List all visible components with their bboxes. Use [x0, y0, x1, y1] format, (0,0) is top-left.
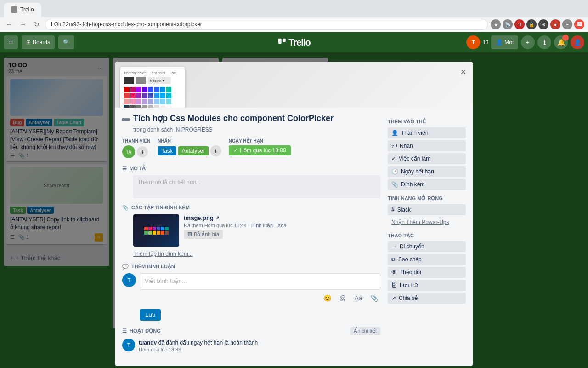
description-placeholder: Thêm mô tả chi tiết hơn... [138, 179, 200, 185]
comment-toolbar: 😊 @ Aa 📎 [140, 292, 380, 305]
activity-user-1: tuandv [139, 339, 157, 346]
reload-button[interactable]: ↻ [31, 19, 42, 30]
share-button[interactable]: ↗ Chia sẻ [388, 293, 466, 304]
cast-icon[interactable]: 📡 [503, 19, 513, 29]
archive-button[interactable]: 🗄 Lưu trữ [388, 280, 466, 291]
card-detail-modal: ✕ Primary colorFont colorFont Roboto ▾ [115, 62, 473, 366]
add-member-sidebar-button[interactable]: 👤 Thành viên [388, 127, 466, 138]
labels-label: NHÃN [158, 138, 221, 144]
comment-area: T Viết bình luận... 😊 @ Aa [122, 273, 380, 305]
menu-icon: ☰ [8, 39, 13, 46]
add-checklist-sidebar-button[interactable]: ✓ Việc cần làm [388, 153, 466, 164]
user-avatar-menu[interactable]: 👤 [571, 35, 584, 49]
description-icon: ☰ [122, 166, 127, 172]
comment-section: 💬 Thêm bình luận T Viết bình luận... [122, 264, 380, 321]
user-avatar[interactable]: T [466, 35, 480, 49]
forward-button[interactable]: → [17, 19, 28, 30]
comment-avatar: T [122, 273, 136, 287]
label-task-chip[interactable]: Task [158, 146, 176, 155]
label-antalyser-chip[interactable]: Antalyser [178, 146, 209, 155]
modal-overlay[interactable]: ✕ Primary colorFont colorFont Roboto ▾ [0, 52, 588, 368]
member-avatar-ta[interactable]: TA [122, 145, 135, 158]
comment-input-wrapper: Viết bình luận... 😊 @ Aa 📎 [140, 273, 380, 305]
trello-logo: Trello [277, 37, 310, 48]
format-button[interactable]: Aa [352, 292, 365, 305]
add-label-sidebar-button[interactable]: 🏷 Nhãn [388, 140, 466, 151]
hide-details-button[interactable]: Ẩn chi tiết [350, 327, 380, 335]
due-date-value: Hôm qua lúc 18:00 [240, 147, 286, 154]
members-group: THÀNH VIÊN TA + [122, 138, 150, 158]
due-date-badge[interactable]: ✓ Hôm qua lúc 18:00 [229, 145, 291, 155]
cover-attachment-button[interactable]: 🖼 Bỏ ảnh bìa [184, 230, 223, 239]
person-icon-sidebar: 👤 [391, 130, 398, 136]
header-right: T 13 👤 Mới + ℹ 🔔 👤 [466, 35, 584, 49]
delete-attachment-button[interactable]: Xoá [277, 223, 287, 228]
attachments-title: 📎 Các tập tin đính kèm [122, 205, 380, 211]
eye-icon-sidebar: 👁 [391, 269, 397, 276]
activity-icon: ☰ [122, 328, 127, 334]
copy-button[interactable]: ⧉ Sao chép [388, 254, 466, 265]
activity-avatar-1: T [122, 339, 135, 351]
modal-close-button[interactable]: ✕ [457, 65, 469, 78]
card-icon: ▬ [122, 114, 130, 122]
add-attachment-button[interactable]: Thêm tập tin đính kèm... [133, 251, 193, 257]
extension-icon-1[interactable]: 48 [514, 19, 525, 29]
address-bar[interactable]: LOlu22u/93-tich-hop-css-modules-cho-comp… [45, 19, 488, 30]
extension-icon-5[interactable]: Ξ [562, 19, 572, 29]
add-member-button[interactable]: + [137, 146, 148, 157]
add-due-date-sidebar-button[interactable]: 🕐 Ngày hết hạn [388, 166, 466, 177]
description-title: ☰ Mô tả [122, 166, 380, 172]
attachment-info-1: image.png ↗ Đã thêm Hôm qua lúc 11:44 - … [184, 214, 380, 239]
extension-icon-4[interactable]: ● [550, 19, 560, 29]
mention-button[interactable]: @ [336, 292, 349, 305]
activity-title: ☰ Hoạt động [122, 328, 161, 334]
back-button[interactable]: ← [4, 19, 15, 30]
boards-button[interactable]: ⊞ Boards [22, 35, 55, 49]
comment-icon: 💬 [122, 264, 129, 270]
modal-header-image: Primary colorFont colorFont Roboto ▾ [115, 62, 473, 108]
add-button[interactable]: + [521, 35, 535, 49]
person-icon: 👤 [496, 39, 503, 46]
activity-action-1: đã đánh dấu ngày hết hạn là hoàn thành [158, 339, 258, 346]
toolbar-icons: ★ 📡 48 🔒 ⚙ ● Ξ 🅰 [491, 19, 584, 29]
attachment-comment-button[interactable]: 📎 [368, 292, 380, 305]
follow-button[interactable]: 👁 Theo dõi [388, 267, 466, 278]
url-text: LOlu22u/93-tich-hop-css-modules-cho-comp… [51, 21, 202, 28]
activity-text-1: tuandv đã đánh dấu ngày hết hạn là hoàn … [139, 339, 258, 347]
comment-attachment-button[interactable]: Bình luận [251, 223, 273, 229]
search-button[interactable]: 🔍 [58, 35, 74, 49]
external-link-icon: ↗ [215, 215, 219, 220]
move-button[interactable]: → Di chuyển [388, 241, 466, 252]
tag-icon-sidebar: 🏷 [391, 143, 397, 149]
emoji-button[interactable]: 😊 [321, 292, 334, 305]
new-board-button[interactable]: 👤 Mới [491, 35, 518, 49]
due-date-label: NGÀY HẾT HẠN [229, 138, 291, 144]
check-icon: ✓ [233, 147, 238, 154]
power-ups-title: TÍNH NĂNG MỞ RỘNG [388, 196, 466, 201]
slack-button[interactable]: # Slack [388, 204, 466, 215]
tab-title: Trello [20, 6, 34, 13]
extension-icon-6[interactable]: 🅰 [574, 19, 584, 29]
bookmark-icon[interactable]: ★ [491, 19, 501, 29]
browser-toolbar: ← → ↻ LOlu22u/93-tich-hop-css-modules-ch… [0, 17, 588, 32]
menu-button[interactable]: ☰ [4, 35, 18, 49]
modal-body: ▬ Tích hợp Css Modules cho component Col… [115, 108, 473, 366]
comment-input[interactable]: Viết bình luận... [140, 273, 380, 290]
power-ups-link[interactable]: Nhận Thêm Power-Ups [388, 217, 466, 227]
add-label-button[interactable]: + [210, 145, 221, 156]
notification-badge [562, 34, 569, 41]
add-attachment-sidebar-button[interactable]: 📎 Đính kèm [388, 179, 466, 190]
extension-icon-3[interactable]: ⚙ [538, 19, 548, 29]
save-comment-button[interactable]: Lưu [140, 309, 161, 321]
modal-list-link[interactable]: IN PROGRESS [174, 126, 212, 133]
save-row: Lưu [140, 309, 380, 321]
notification-button[interactable]: 🔔 [554, 35, 568, 49]
browser-tab[interactable]: Trello [4, 3, 41, 17]
share-icon: ↗ [391, 295, 396, 301]
activity-time-1: Hôm qua lúc 13:36 [139, 347, 258, 352]
add-to-card-title: THÊM VÀO THẺ [388, 119, 466, 125]
description-input[interactable]: Thêm mô tả chi tiết hơn... [133, 175, 380, 198]
activity-title-row: ☰ Hoạt động Ẩn chi tiết [122, 327, 380, 335]
info-button[interactable]: ℹ [537, 35, 551, 49]
extension-icon-2[interactable]: 🔒 [526, 19, 537, 29]
